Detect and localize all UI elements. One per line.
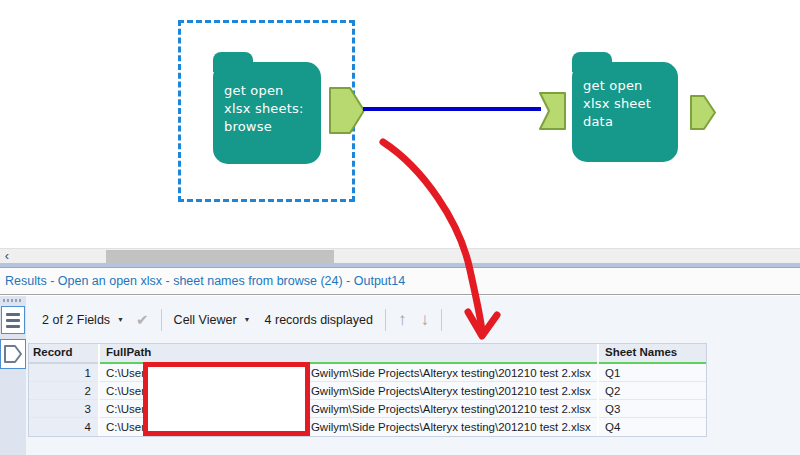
tool-label: get open xlsx sheet data: [572, 62, 678, 131]
fields-dropdown[interactable]: 2 of 2 Fields: [42, 313, 110, 327]
record-cell: 1: [29, 364, 98, 382]
sheet-name-cell: Q2: [599, 382, 706, 400]
annotation-arrow-icon: [368, 130, 513, 352]
column-header-fullpath[interactable]: FullPath: [100, 344, 597, 364]
chevron-down-icon[interactable]: ▼: [117, 316, 124, 323]
output-anchor-icon[interactable]: [690, 95, 716, 130]
tool-label-line: get open: [224, 82, 321, 100]
path-suffix: Gwilym\Side Projects\Alteryx testing\201…: [311, 403, 591, 415]
tool-label-line: browse: [224, 118, 321, 136]
grip-dots-icon[interactable]: [3, 299, 23, 302]
table-row[interactable]: 2 C:\Users\Gwilym\Side Projects\Alteryx …: [29, 382, 706, 400]
sheet-name-cell: Q3: [599, 400, 706, 418]
input-anchor-icon[interactable]: [539, 92, 566, 130]
sheet-name-cell: Q4: [599, 418, 706, 436]
table-row[interactable]: 3 C:\Users\Gwilym\Side Projects\Alteryx …: [29, 400, 706, 418]
records-displayed-label: 4 records displayed: [265, 313, 373, 327]
column-header-record[interactable]: Record: [29, 344, 98, 364]
tool-label: get open xlsx sheets: browse: [213, 62, 321, 136]
path-suffix: Gwilym\Side Projects\Alteryx testing\201…: [311, 385, 591, 397]
record-cell: 3: [29, 400, 98, 418]
tool-get-open-xlsx-sheets-browse[interactable]: get open xlsx sheets: browse: [213, 62, 321, 164]
redaction-box: [143, 362, 310, 436]
tool-label-line: xlsx sheet: [583, 95, 678, 113]
output-anchor-select-button[interactable]: [0, 339, 26, 369]
path-suffix: Gwilym\Side Projects\Alteryx testing\201…: [311, 421, 591, 433]
results-layout-button[interactable]: [1, 306, 25, 334]
tool-label-line: data: [583, 113, 678, 131]
results-side-rail: [0, 296, 26, 455]
column-header-sheet-names[interactable]: Sheet Names: [599, 344, 706, 364]
path-suffix: Gwilym\Side Projects\Alteryx testing\201…: [311, 367, 591, 379]
tool-get-open-xlsx-sheet-data[interactable]: get open xlsx sheet data: [572, 62, 678, 162]
tool-label-line: xlsx sheets:: [224, 100, 321, 118]
results-table: Record FullPath Sheet Names 1 C:\Users\G…: [28, 343, 707, 437]
record-cell: 4: [29, 418, 98, 436]
record-cell: 2: [29, 382, 98, 400]
toolbar-separator: [161, 309, 162, 331]
scrollbar-thumb[interactable]: [106, 250, 334, 263]
anchor-pentagon-icon: [2, 343, 24, 365]
tool-label-line: get open: [583, 77, 678, 95]
layout-bars-icon: [6, 313, 20, 316]
output-anchor-icon[interactable]: [329, 87, 365, 134]
table-row[interactable]: 4 C:\Users\Gwilym\Side Projects\Alteryx …: [29, 418, 706, 436]
sheet-name-cell: Q1: [599, 364, 706, 382]
scroll-left-arrow-icon[interactable]: ‹: [0, 249, 14, 264]
apply-checkmark-icon[interactable]: ✔: [136, 311, 149, 329]
table-row[interactable]: 1 C:\Users\Gwilym\Side Projects\Alteryx …: [29, 364, 706, 382]
chevron-down-icon[interactable]: ▼: [244, 316, 251, 323]
cell-viewer-dropdown[interactable]: Cell Viewer: [174, 313, 237, 327]
connection-line[interactable]: [363, 107, 541, 111]
